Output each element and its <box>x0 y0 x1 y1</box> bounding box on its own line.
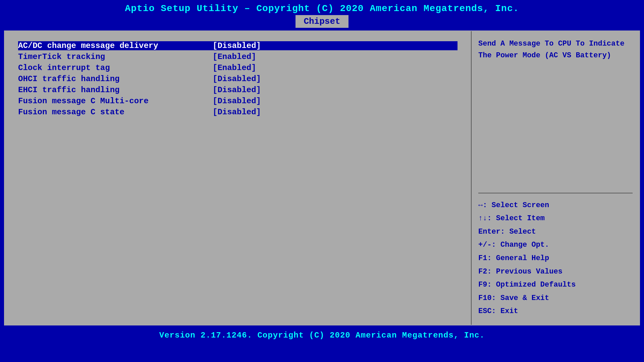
tab-bar: Chipset <box>0 14 644 28</box>
setting-label: Fusion message C Multi-core <box>18 97 213 106</box>
key-hint: ESC: Exit <box>478 305 633 318</box>
setting-value: [Disabled] <box>213 85 261 95</box>
setting-row[interactable]: EHCI traffic handling[Disabled] <box>18 85 458 95</box>
setting-label: Fusion message C state <box>18 108 213 117</box>
tab-chipset[interactable]: Chipset <box>296 15 348 28</box>
setting-label: Clock interrupt tag <box>18 63 213 72</box>
setting-value: [Disabled] <box>213 97 261 106</box>
setting-value: [Disabled] <box>213 108 261 117</box>
setting-label: AC/DC change message delivery <box>18 41 213 50</box>
main-content: AC/DC change message delivery[Disabled]T… <box>4 31 640 325</box>
setting-value: [Enabled] <box>213 63 256 72</box>
setting-label: OHCI traffic handling <box>18 74 213 83</box>
key-hint: ↔: Select Screen <box>478 199 633 212</box>
key-hint: +/-: Change Opt. <box>478 238 633 252</box>
setting-row[interactable]: AC/DC change message delivery[Disabled] <box>18 41 458 50</box>
key-hint: F1: General Help <box>478 252 633 265</box>
help-panel: Send A Message To CPU To Indicate The Po… <box>472 31 639 325</box>
key-hint: ↑↓: Select Item <box>478 212 633 225</box>
key-hints: ↔: Select Screen↑↓: Select ItemEnter: Se… <box>478 199 633 318</box>
setting-value: [Disabled] <box>213 74 261 83</box>
key-hint: F10: Save & Exit <box>478 292 633 305</box>
setting-value: [Enabled] <box>213 52 256 61</box>
setting-row[interactable]: Fusion message C Multi-core[Disabled] <box>18 97 458 106</box>
settings-panel: AC/DC change message delivery[Disabled]T… <box>5 31 472 325</box>
help-text: Send A Message To CPU To Indicate The Po… <box>478 38 633 187</box>
setting-row[interactable]: Fusion message C state[Disabled] <box>18 108 458 117</box>
bios-footer: Version 2.17.1246. Copyright (C) 2020 Am… <box>0 328 644 343</box>
setting-row[interactable]: OHCI traffic handling[Disabled] <box>18 74 458 83</box>
key-hint: Enter: Select <box>478 225 633 239</box>
setting-label: TimerTick tracking <box>18 52 213 61</box>
setting-row[interactable]: TimerTick tracking[Enabled] <box>18 52 458 61</box>
bios-header: Aptio Setup Utility – Copyright (C) 2020… <box>0 0 644 14</box>
setting-row[interactable]: Clock interrupt tag[Enabled] <box>18 63 458 72</box>
footer-text: Version 2.17.1246. Copyright (C) 2020 Am… <box>159 331 485 340</box>
key-hint: F9: Optimized Defaults <box>478 278 633 292</box>
key-hint: F2: Previous Values <box>478 265 633 279</box>
divider <box>478 193 633 193</box>
header-title: Aptio Setup Utility – Copyright (C) 2020… <box>125 3 519 14</box>
setting-label: EHCI traffic handling <box>18 85 213 95</box>
setting-value: [Disabled] <box>213 41 261 50</box>
